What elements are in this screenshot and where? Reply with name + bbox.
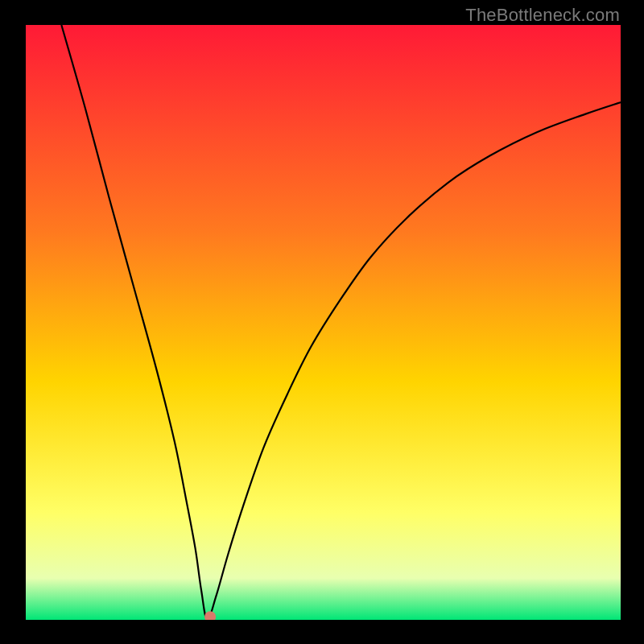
minimum-marker bbox=[204, 611, 216, 620]
bottleneck-curve bbox=[26, 25, 621, 620]
chart-frame: TheBottleneck.com bbox=[0, 0, 644, 644]
watermark-text: TheBottleneck.com bbox=[465, 5, 620, 26]
curve-path bbox=[61, 25, 621, 620]
plot-area bbox=[26, 25, 621, 620]
